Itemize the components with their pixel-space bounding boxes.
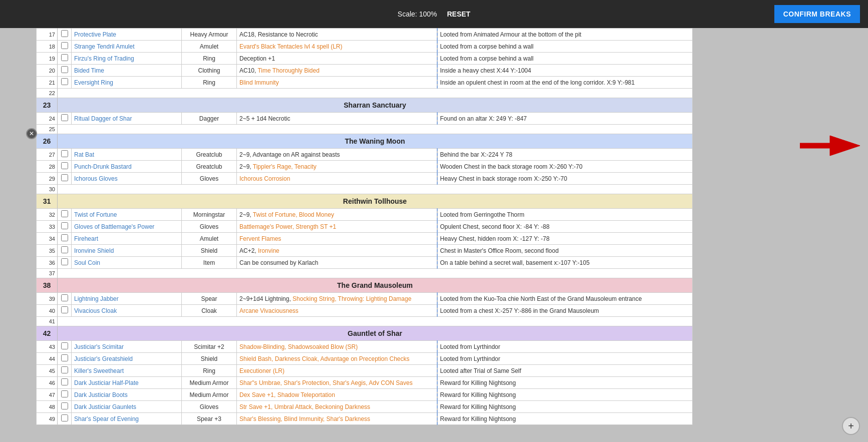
section-header-row: 31Reithwin Tollhouse	[37, 194, 693, 209]
row-num: 47	[37, 389, 58, 401]
item-props: AC+2, Ironvine	[237, 245, 437, 257]
row-checkbox-cell	[58, 377, 72, 389]
close-icon: ✕	[29, 130, 34, 137]
row-checkbox-cell	[58, 365, 72, 377]
row-checkbox[interactable]	[61, 390, 68, 397]
row-checkbox-cell	[58, 413, 72, 425]
item-name: Shar's Spear of Evening	[72, 413, 182, 425]
row-num: 26	[37, 134, 58, 149]
item-type: Item	[182, 257, 237, 269]
red-arrow	[800, 133, 860, 158]
row-checkbox[interactable]	[61, 294, 68, 301]
item-type: Shield	[182, 245, 237, 257]
item-name: Firzu's Ring of Trading	[72, 53, 182, 65]
row-checkbox[interactable]	[61, 354, 68, 361]
item-name: Soul Coin	[72, 257, 182, 269]
item-type: Dagger	[182, 113, 237, 125]
item-type: Gloves	[182, 401, 237, 413]
table-row: 33Gloves of Battlemage's PowerGlovesBatt…	[37, 221, 693, 233]
item-type: Amulet	[182, 233, 237, 245]
close-button[interactable]: ✕	[26, 128, 37, 139]
row-checkbox[interactable]	[61, 66, 68, 73]
row-num: 25	[37, 125, 58, 134]
row-checkbox[interactable]	[61, 210, 68, 217]
row-checkbox[interactable]	[61, 306, 68, 313]
item-props: Can be consumed by Karlach	[237, 257, 437, 269]
confirm-breaks-button[interactable]: CONFIRM BREAKS	[774, 5, 860, 23]
item-location: Inside a heavy chest X:44 Y:-1004	[437, 65, 693, 77]
item-location: Reward for Killing Nightsong	[437, 389, 693, 401]
row-num: 29	[37, 173, 58, 185]
empty-row: 37	[37, 269, 693, 278]
table-row: 49Shar's Spear of EveningSpear +3Shar's …	[37, 413, 693, 425]
item-name: Fireheart	[72, 233, 182, 245]
item-location: Behind the bar X:-224 Y 78	[437, 149, 693, 161]
row-checkbox[interactable]	[61, 378, 68, 385]
item-type: Greatclub	[182, 161, 237, 173]
row-checkbox-cell	[58, 53, 72, 65]
row-checkbox-cell	[58, 149, 72, 161]
row-checkbox[interactable]	[61, 162, 68, 169]
item-type: Medium Armor	[182, 389, 237, 401]
section-label: The Waning Moon	[58, 134, 693, 149]
table-row: 34FireheartAmuletFervent FlamesHeavy Che…	[37, 233, 693, 245]
row-checkbox[interactable]	[61, 258, 68, 265]
item-name: Vivacious Cloak	[72, 305, 182, 317]
row-checkbox[interactable]	[61, 30, 68, 37]
row-checkbox[interactable]	[61, 150, 68, 157]
row-checkbox[interactable]	[61, 174, 68, 181]
item-name: Protective Plate	[72, 29, 182, 41]
plus-button[interactable]: +	[842, 417, 860, 435]
item-location: Chest in Master's Office Room, second fl…	[437, 245, 693, 257]
row-checkbox[interactable]	[61, 222, 68, 229]
row-checkbox[interactable]	[61, 54, 68, 61]
row-checkbox-cell	[58, 305, 72, 317]
item-type: Cloak	[182, 305, 237, 317]
row-num: 41	[37, 317, 58, 326]
row-num: 39	[37, 293, 58, 305]
item-type: Scimitar +2	[182, 341, 237, 353]
row-num: 49	[37, 413, 58, 425]
empty-row: 25	[37, 125, 693, 134]
item-name: Eversight Ring	[72, 77, 182, 89]
table-row: 43Justiciar's ScimitarScimitar +2Shadow-…	[37, 341, 693, 353]
section-header-row: 26The Waning Moon	[37, 134, 693, 149]
row-checkbox-cell	[58, 233, 72, 245]
table-row: 35Ironvine ShieldShieldAC+2, IronvineChe…	[37, 245, 693, 257]
item-name: Dark Justiciar Half-Plate	[72, 377, 182, 389]
reset-button[interactable]: RESET	[447, 10, 470, 18]
row-checkbox-cell	[58, 353, 72, 365]
row-checkbox[interactable]	[61, 42, 68, 49]
row-checkbox[interactable]	[61, 114, 68, 121]
row-num: 34	[37, 233, 58, 245]
row-num: 23	[37, 98, 58, 113]
row-checkbox[interactable]	[61, 78, 68, 85]
row-num: 18	[37, 41, 58, 53]
row-checkbox[interactable]	[61, 234, 68, 241]
section-header-row: 23Sharran Sanctuary	[37, 98, 693, 113]
row-checkbox[interactable]	[61, 366, 68, 373]
row-checkbox-cell	[58, 341, 72, 353]
empty-row: 30	[37, 185, 693, 194]
row-checkbox[interactable]	[61, 342, 68, 349]
item-type: Spear	[182, 293, 237, 305]
row-checkbox[interactable]	[61, 414, 68, 421]
item-type: Gloves	[182, 173, 237, 185]
item-name: Ritual Dagger of Shar	[72, 113, 182, 125]
row-num: 48	[37, 401, 58, 413]
item-name: Killer's Sweetheart	[72, 365, 182, 377]
row-num: 46	[37, 377, 58, 389]
row-checkbox[interactable]	[61, 246, 68, 253]
item-props: 2~9, Advantage on AR against beasts	[237, 149, 437, 161]
item-location: Looted from Animated Armour at the botto…	[437, 29, 693, 41]
row-checkbox[interactable]	[61, 402, 68, 409]
plus-icon: +	[848, 420, 854, 432]
row-num: 30	[37, 185, 58, 194]
item-name: Dark Justiciar Boots	[72, 389, 182, 401]
row-num: 37	[37, 269, 58, 278]
item-type: Heavy Armour	[182, 29, 237, 41]
row-num: 38	[37, 278, 58, 293]
row-num: 31	[37, 194, 58, 209]
table-row: 27Rat BatGreatclub2~9, Advantage on AR a…	[37, 149, 693, 161]
table-row: 47Dark Justiciar BootsMedium ArmorDex Sa…	[37, 389, 693, 401]
